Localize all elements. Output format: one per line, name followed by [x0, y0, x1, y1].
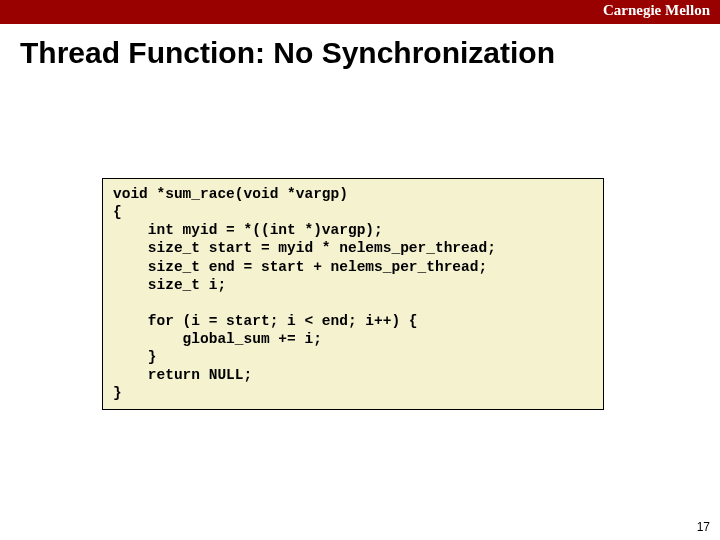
header-bar: Carnegie Mellon	[0, 0, 720, 24]
code-box: void *sum_race(void *vargp) { int myid =…	[102, 178, 604, 410]
slide-title: Thread Function: No Synchronization	[20, 36, 720, 70]
page-number: 17	[697, 520, 710, 534]
code-listing: void *sum_race(void *vargp) { int myid =…	[113, 185, 593, 403]
org-label: Carnegie Mellon	[603, 2, 710, 19]
